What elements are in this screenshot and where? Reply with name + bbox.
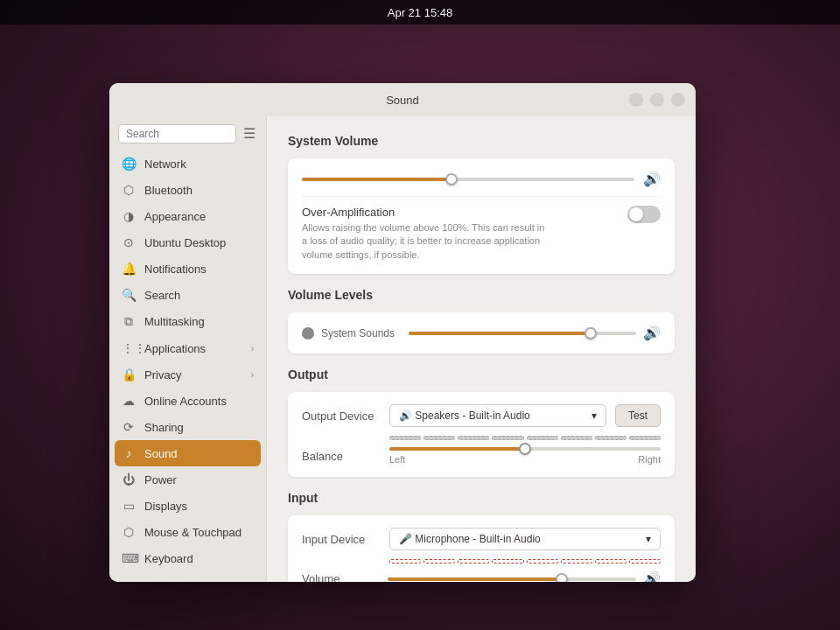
- displays-icon: ▭: [122, 499, 136, 513]
- sidebar-item-label: Power: [144, 473, 177, 486]
- balance-left-label: Left: [389, 454, 405, 465]
- search-icon: 🔍: [122, 288, 136, 302]
- sidebar-item-label: Bluetooth: [144, 184, 192, 197]
- over-amplification-text: Over-Amplification Allows raising the vo…: [302, 206, 547, 262]
- sidebar-item-multitasking[interactable]: ⧉ Multitasking: [109, 308, 266, 335]
- input-device-select[interactable]: 🎤 Microphone - Built-in Audio ▾: [389, 528, 661, 550]
- balance-thumb[interactable]: [519, 443, 531, 455]
- sidebar-item-label: Applications: [144, 342, 206, 355]
- toggle-knob: [629, 207, 643, 221]
- sidebar-item-label: Multitasking: [144, 315, 205, 328]
- applications-icon: ⋮⋮: [122, 341, 136, 355]
- sidebar-item-mouse-touchpad[interactable]: ⬡ Mouse & Touchpad: [109, 519, 266, 545]
- sidebar-item-keyboard[interactable]: ⌨ Keyboard: [109, 545, 266, 571]
- over-amplification-toggle[interactable]: [627, 206, 661, 223]
- output-device-select[interactable]: 🔊 Speakers - Built-in Audio ▾: [389, 404, 606, 427]
- sidebar-item-displays[interactable]: ▭ Displays: [109, 493, 266, 519]
- system-volume-title: System Volume: [288, 134, 675, 148]
- chevron-right-icon: ›: [251, 370, 254, 380]
- output-device-value: 🔊 Speakers - Built-in Audio: [399, 410, 530, 422]
- chevron-down-icon: ▾: [646, 533, 651, 545]
- sidebar-item-network[interactable]: 🌐 Network: [109, 150, 266, 177]
- sidebar-item-power[interactable]: ⏻ Power: [109, 466, 266, 493]
- system-sounds-mute-icon[interactable]: 🔊: [643, 325, 661, 341]
- input-level-segments: [389, 559, 661, 564]
- input-volume-row: Volume 🔊: [302, 570, 661, 582]
- input-volume-track: [388, 578, 636, 581]
- input-device-value: 🎤 Microphone - Built-in Audio: [399, 533, 541, 545]
- sidebar-item-label: Appearance: [144, 210, 206, 223]
- input-level-bar: [389, 559, 661, 564]
- sidebar-menu-button[interactable]: ☰: [242, 123, 257, 144]
- keyboard-icon: ⌨: [122, 551, 136, 565]
- sidebar-item-applications[interactable]: ⋮⋮ Applications ›: [109, 335, 266, 361]
- sidebar-item-privacy[interactable]: 🔒 Privacy ›: [109, 361, 266, 388]
- test-button[interactable]: Test: [615, 404, 661, 427]
- sidebar-item-sharing[interactable]: ⟳ Sharing: [109, 414, 266, 440]
- output-level-segments: [389, 436, 661, 440]
- sidebar-item-notifications[interactable]: 🔔 Notifications: [109, 256, 266, 282]
- system-volume-thumb[interactable]: [445, 173, 458, 186]
- input-mute-icon[interactable]: 🔊: [643, 570, 661, 582]
- system-sounds-icon: [302, 327, 314, 340]
- input-volume-thumb[interactable]: [556, 573, 568, 582]
- chevron-down-icon: ▾: [592, 410, 597, 422]
- minimize-button[interactable]: ─: [629, 93, 643, 107]
- system-volume-card: 🔊 Over-Amplification Allows raising the …: [288, 158, 675, 274]
- sidebar-item-sound[interactable]: ♪ Sound: [115, 440, 261, 466]
- system-sounds-track: [409, 332, 636, 335]
- window-controls: ─ □ ✕: [629, 93, 685, 107]
- sidebar-item-label: Ubuntu Desktop: [144, 236, 226, 249]
- system-sounds-thumb[interactable]: [584, 327, 597, 340]
- output-title: Output: [288, 368, 675, 382]
- ubuntu-icon: ⊙: [122, 235, 136, 249]
- output-device-row: Output Device 🔊 Speakers - Built-in Audi…: [302, 404, 661, 427]
- system-volume-row: 🔊: [302, 171, 661, 187]
- volume-mute-icon[interactable]: 🔊: [643, 171, 661, 187]
- balance-slider-container: Left Right: [389, 447, 661, 465]
- sidebar-item-label: Notifications: [144, 262, 206, 276]
- sidebar-item-label: Mouse & Touchpad: [144, 526, 242, 539]
- input-card: Input Device 🎤 Microphone - Built-in Aud…: [288, 515, 675, 582]
- sidebar-item-ubuntu-desktop[interactable]: ⊙ Ubuntu Desktop: [109, 229, 266, 256]
- balance-labels: Left Right: [389, 454, 661, 465]
- over-amplification-desc: Allows raising the volume above 100%. Th…: [302, 221, 547, 262]
- system-volume-fill: [302, 178, 452, 181]
- volume-levels-card: System Sounds 🔊: [288, 312, 675, 354]
- sidebar-item-label: Sharing: [144, 421, 184, 434]
- system-sounds-fill: [409, 332, 591, 335]
- input-device-row: Input Device 🎤 Microphone - Built-in Aud…: [302, 528, 661, 550]
- system-sounds-row: System Sounds 🔊: [302, 325, 661, 341]
- sidebar-item-label: Displays: [144, 500, 187, 513]
- output-device-label: Output Device: [302, 410, 381, 423]
- input-title: Input: [288, 491, 675, 505]
- balance-track: [389, 447, 661, 451]
- window-title: Sound: [386, 94, 419, 107]
- topbar: Apr 21 15:48: [0, 0, 840, 24]
- over-amplification-title: Over-Amplification: [302, 206, 547, 219]
- close-button[interactable]: ✕: [671, 93, 685, 107]
- balance-row: Balance Left Right: [302, 447, 661, 465]
- sidebar-item-label: Online Accounts: [144, 395, 227, 408]
- volume-levels-title: Volume Levels: [288, 288, 675, 302]
- appearance-icon: ◑: [122, 209, 136, 223]
- sidebar-item-bluetooth[interactable]: ⬡ Bluetooth: [109, 177, 266, 203]
- power-icon: ⏻: [122, 472, 136, 486]
- settings-window: Sound ─ □ ✕ ☰ 🌐 Network ⬡ Bluetooth ◑ A: [109, 83, 696, 582]
- balance-label: Balance: [302, 450, 381, 463]
- chevron-right-icon: ›: [251, 344, 254, 354]
- bluetooth-icon: ⬡: [122, 183, 136, 197]
- system-volume-slider-container: [302, 178, 634, 181]
- online-accounts-icon: ☁: [122, 394, 136, 408]
- balance-fill: [389, 447, 525, 451]
- search-input[interactable]: [118, 124, 236, 144]
- sharing-icon: ⟳: [122, 420, 136, 434]
- sidebar-item-online-accounts[interactable]: ☁ Online Accounts: [109, 388, 266, 414]
- sidebar-item-search[interactable]: 🔍 Search: [109, 282, 266, 308]
- sidebar-search-row: ☰: [109, 116, 266, 150]
- over-amplification-row: Over-Amplification Allows raising the vo…: [302, 196, 661, 262]
- maximize-button[interactable]: □: [650, 93, 664, 107]
- topbar-datetime: Apr 21 15:48: [388, 6, 452, 19]
- sidebar-item-label: Keyboard: [144, 552, 193, 565]
- sidebar-item-appearance[interactable]: ◑ Appearance: [109, 203, 266, 229]
